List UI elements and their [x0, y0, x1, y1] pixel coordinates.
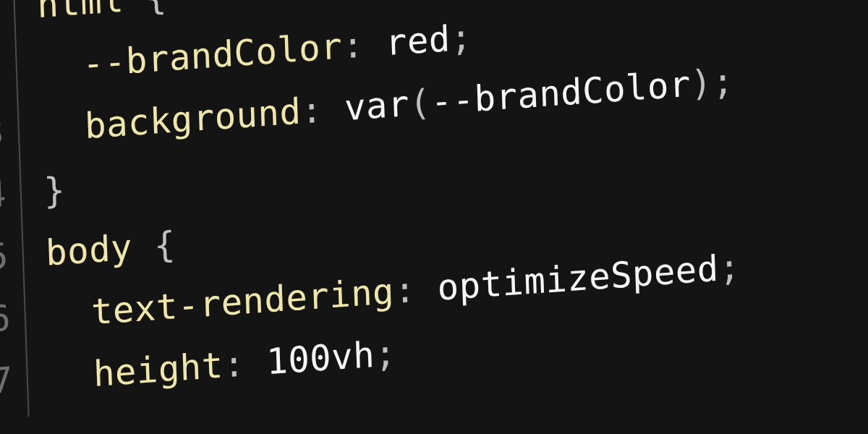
- paren-open: (: [409, 81, 432, 124]
- semicolon: ;: [718, 246, 741, 289]
- brace-open: {: [145, 0, 168, 18]
- line-number: 6: [0, 286, 12, 350]
- code-editor[interactable]: 1 2 3 4 5 6 7 html { --brandColor: red; …: [0, 0, 868, 420]
- semicolon: ;: [450, 16, 473, 59]
- colon: :: [341, 24, 365, 67]
- line-number: 4: [0, 163, 8, 226]
- brace-open: {: [153, 223, 176, 265]
- line-number-gutter: 1 2 3 4 5 6 7: [0, 0, 28, 420]
- selector: html: [36, 0, 124, 25]
- editor-stage: 1 2 3 4 5 6 7 html { --brandColor: red; …: [0, 0, 868, 434]
- css-var-arg: --brandColor: [430, 63, 692, 122]
- line-number: 1: [0, 0, 1, 40]
- css-property: text-rendering: [90, 270, 395, 332]
- line-number: 2: [0, 38, 4, 102]
- selector: body: [45, 226, 133, 273]
- semicolon: ;: [374, 332, 397, 375]
- brace-close: }: [43, 169, 66, 211]
- colon: :: [300, 88, 323, 131]
- css-property: background: [84, 90, 302, 146]
- line-number: 7: [0, 349, 14, 412]
- code-area[interactable]: html { --brandColor: red; background: va…: [35, 0, 868, 415]
- css-property: height: [93, 344, 224, 395]
- css-value: optimizeSpeed: [437, 247, 720, 308]
- semicolon: ;: [712, 60, 735, 103]
- colon: :: [393, 268, 417, 311]
- css-value: red: [385, 17, 451, 63]
- line-number: 5: [0, 224, 10, 288]
- line-number: 3: [0, 101, 6, 164]
- css-value: 100vh: [265, 333, 375, 383]
- colon: :: [223, 342, 246, 385]
- css-property: --brandColor: [82, 25, 343, 85]
- css-function: var: [344, 82, 410, 128]
- paren-close: ): [690, 61, 713, 104]
